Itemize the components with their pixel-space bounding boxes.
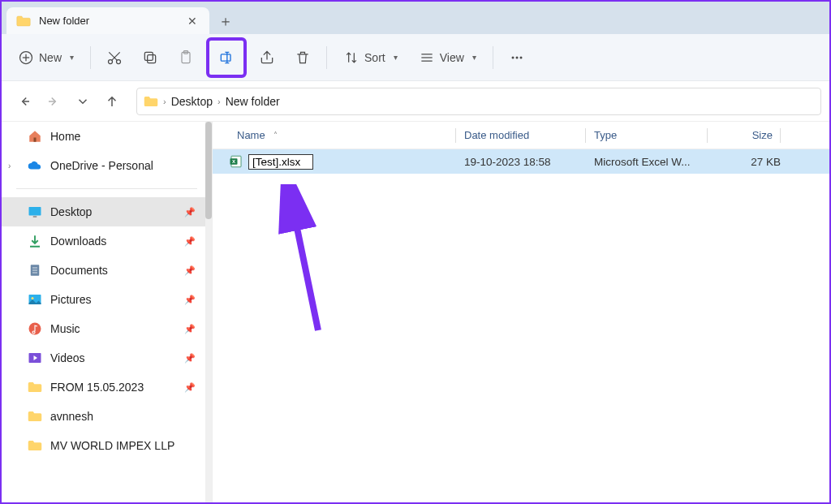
share-icon [259, 50, 275, 66]
svg-point-28 [32, 297, 34, 299]
new-button[interactable]: New ▾ [10, 42, 82, 73]
paste-button[interactable] [170, 42, 201, 73]
copy-button[interactable] [135, 42, 166, 73]
folder-icon [16, 15, 31, 27]
trash-icon [295, 50, 311, 66]
delete-button[interactable] [287, 42, 318, 73]
column-header-name[interactable]: Name˄ [229, 129, 456, 141]
copy-icon [142, 50, 158, 66]
new-tab-button[interactable]: ＋ [213, 7, 239, 34]
svg-rect-20 [34, 138, 37, 142]
sidebar-scrollbar[interactable] [205, 122, 212, 502]
sidebar-item-folder[interactable]: MV WORLD IMPEX LLP [2, 431, 212, 460]
sidebar-onedrive[interactable]: › OneDrive - Personal [2, 151, 212, 180]
column-header-type[interactable]: Type [586, 129, 708, 141]
pin-icon: 📌 [184, 382, 196, 393]
folder-icon [28, 438, 42, 453]
music-icon [28, 321, 42, 336]
view-button[interactable]: View ▾ [411, 42, 484, 73]
svg-rect-11 [221, 54, 230, 60]
breadcrumb[interactable]: › Desktop › New folder [136, 88, 821, 115]
sidebar: Home › OneDrive - Personal Desktop 📌 Dow… [2, 122, 213, 502]
pin-icon: 📌 [184, 295, 196, 305]
sidebar-item-label: FROM 15.05.2023 [50, 381, 144, 394]
new-label: New [39, 51, 62, 64]
pin-icon: 📌 [184, 324, 196, 334]
breadcrumb-part[interactable]: New folder [226, 95, 280, 108]
sidebar-item-label: OneDrive - Personal [50, 159, 153, 172]
chevron-right-icon: › [163, 97, 166, 106]
separator [90, 46, 91, 69]
share-button[interactable] [252, 42, 282, 73]
sidebar-divider [16, 188, 197, 189]
chevron-down-icon: ▾ [394, 53, 398, 62]
sidebar-home[interactable]: Home [2, 122, 212, 151]
videos-icon [28, 351, 42, 365]
window-tab[interactable]: New folder ✕ [6, 7, 209, 34]
column-headers: Name˄ Date modified Type Size [213, 122, 829, 149]
column-header-date[interactable]: Date modified [456, 129, 586, 141]
rename-button[interactable] [211, 42, 242, 73]
file-pane: Name˄ Date modified Type Size X [Test].x… [213, 122, 829, 502]
breadcrumb-part[interactable]: Desktop [171, 95, 213, 108]
scissors-icon [106, 50, 123, 66]
sidebar-item-folder[interactable]: FROM 15.05.2023 📌 [2, 373, 212, 402]
plus-circle-icon [18, 50, 34, 66]
sort-icon [343, 50, 360, 66]
rename-input[interactable]: [Test].xlsx [248, 154, 313, 170]
nav-up[interactable] [101, 90, 123, 113]
sidebar-item-documents[interactable]: Documents 📌 [2, 256, 212, 285]
close-tab-icon[interactable]: ✕ [185, 14, 200, 28]
toolbar: New ▾ Sort ▾ View ▾ [2, 34, 829, 81]
tab-strip: New folder ✕ ＋ [2, 2, 829, 34]
svg-rect-7 [148, 54, 156, 62]
file-type: Microsoft Excel W... [586, 156, 708, 168]
nav-recent[interactable] [71, 90, 94, 113]
pin-icon: 📌 [184, 353, 196, 364]
sidebar-item-label: Videos [50, 351, 85, 364]
chevron-right-icon: › [217, 97, 221, 106]
svg-point-16 [515, 56, 518, 58]
sidebar-item-pictures[interactable]: Pictures 📌 [2, 285, 212, 314]
sidebar-item-label: Music [50, 322, 80, 335]
nav-back[interactable] [13, 90, 36, 113]
sidebar-item-label: Home [50, 130, 80, 143]
document-icon [28, 263, 42, 278]
sidebar-item-folder[interactable]: avnnesh [2, 402, 212, 431]
chevron-down-icon: ▾ [472, 53, 476, 62]
svg-rect-22 [33, 216, 37, 218]
more-button[interactable] [502, 42, 532, 73]
view-label: View [440, 51, 464, 64]
tab-title: New folder [39, 15, 185, 27]
file-size: 27 KB [708, 156, 781, 168]
separator [326, 46, 327, 69]
folder-icon [28, 380, 42, 394]
separator [493, 46, 493, 69]
main: Home › OneDrive - Personal Desktop 📌 Dow… [2, 122, 829, 502]
cut-button[interactable] [99, 42, 130, 73]
annotation-highlight [206, 37, 247, 78]
file-row[interactable]: X [Test].xlsx 19-10-2023 18:58 Microsoft… [213, 149, 829, 174]
chevron-right-icon[interactable]: › [8, 162, 11, 170]
rename-icon [218, 50, 235, 66]
sidebar-item-videos[interactable]: Videos 📌 [2, 343, 212, 373]
nav-row: › Desktop › New folder [2, 81, 829, 122]
pin-icon: 📌 [184, 207, 196, 218]
sidebar-item-label: avnnesh [50, 410, 93, 423]
pin-icon: 📌 [184, 265, 196, 276]
nav-forward[interactable] [42, 90, 65, 113]
home-icon [28, 129, 42, 144]
sidebar-item-music[interactable]: Music 📌 [2, 314, 212, 343]
sidebar-item-label: Pictures [50, 293, 92, 306]
sidebar-item-label: Desktop [50, 205, 92, 218]
file-date: 19-10-2023 18:58 [456, 156, 586, 168]
sidebar-item-desktop[interactable]: Desktop 📌 [2, 197, 212, 226]
sort-button[interactable]: Sort ▾ [335, 42, 406, 73]
sidebar-item-downloads[interactable]: Downloads 📌 [2, 226, 212, 256]
cloud-icon [28, 158, 42, 173]
column-header-size[interactable]: Size [708, 129, 781, 141]
folder-icon [144, 96, 158, 107]
sidebar-item-label: MV WORLD IMPEX LLP [50, 439, 174, 452]
folder-icon [28, 409, 42, 424]
svg-rect-21 [29, 207, 41, 216]
